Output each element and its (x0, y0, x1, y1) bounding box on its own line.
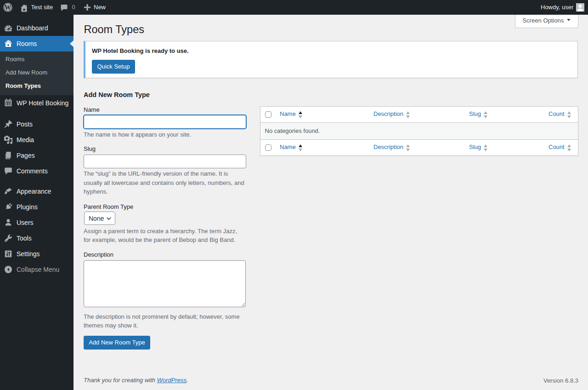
svg-text:W: W (5, 4, 11, 11)
